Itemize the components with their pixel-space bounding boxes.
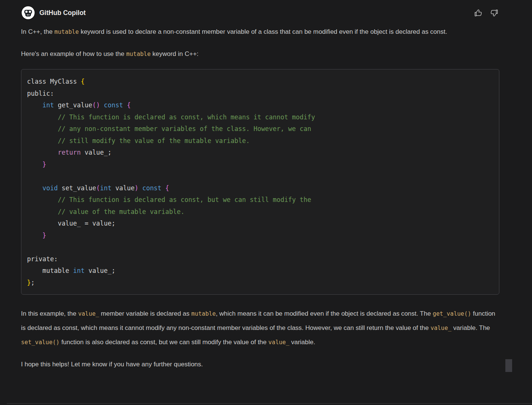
- code-token: const: [104, 101, 123, 109]
- code-token: value_;: [85, 267, 116, 274]
- code-line: }: [27, 230, 491, 242]
- thumbs-down-button[interactable]: [489, 8, 499, 18]
- text-run: keyword in C++:: [150, 50, 198, 57]
- code-token: void: [42, 184, 58, 192]
- code-token: // still modify the value of the mutable…: [58, 137, 250, 145]
- thumbs-up-button[interactable]: [473, 8, 483, 18]
- code-line: }: [27, 159, 491, 171]
- code-token: [161, 184, 165, 192]
- code-line: mutable int value_;: [27, 265, 491, 277]
- code-token: (: [96, 184, 100, 192]
- code-token: public:: [27, 90, 54, 97]
- inline-code: mutable: [126, 51, 150, 57]
- code-token: [27, 113, 58, 121]
- code-token: [27, 125, 58, 132]
- copilot-icon: [21, 6, 35, 20]
- code-token: }: [42, 232, 46, 239]
- code-line: // any non-constant member variables of …: [27, 123, 491, 135]
- text-run: function is also declared as const, but …: [60, 339, 269, 346]
- message-body: In C++, the mutable keyword is used to d…: [21, 25, 499, 371]
- chat-message: GitHub Copilot In C++, the mutable keywo…: [0, 0, 532, 371]
- code-token: [27, 196, 58, 203]
- code-line: void set_value(int value) const {: [27, 182, 491, 194]
- code-block: class MyClass {public: int get_value() c…: [21, 69, 499, 295]
- text-run: In C++, the: [21, 28, 54, 35]
- code-token: value: [111, 184, 134, 192]
- inline-code: value_: [78, 310, 99, 317]
- text-run: In this example, the: [21, 310, 78, 317]
- code-token: return: [58, 149, 81, 156]
- code-token: class MyClass: [27, 78, 81, 85]
- code-line: class MyClass {: [27, 76, 491, 88]
- code-token: const: [142, 184, 161, 192]
- code-token: get_value: [54, 101, 92, 109]
- code-token: value_ = value;: [58, 220, 116, 227]
- thumbs-up-icon: [474, 9, 482, 17]
- message-header: GitHub Copilot: [21, 5, 499, 21]
- thumbs-down-icon: [490, 9, 499, 17]
- code-token: // value of the mutable variable.: [58, 208, 185, 215]
- code-token: [27, 208, 58, 215]
- copilot-avatar: [21, 6, 35, 20]
- code-token: int: [73, 267, 85, 274]
- code-line: // This function is declared as const, b…: [27, 194, 491, 206]
- text-run: I hope this helps! Let me know if you ha…: [21, 361, 203, 368]
- code-token: [27, 101, 42, 109]
- code-line: [27, 170, 491, 182]
- author-name: GitHub Copilot: [39, 9, 86, 17]
- code-token: // any non-constant member variables of …: [58, 125, 311, 132]
- code-token: }: [27, 279, 31, 286]
- code-token: [27, 220, 58, 227]
- inline-code: mutable: [191, 310, 216, 317]
- divider: [7, 403, 532, 404]
- inline-code: value_: [430, 325, 451, 331]
- code-token: ;: [31, 279, 35, 286]
- message-paragraph: In this example, the value_ member varia…: [21, 307, 499, 349]
- code-line: [27, 241, 491, 253]
- inline-code: set_value(): [21, 339, 60, 346]
- code-token: }: [42, 161, 46, 168]
- message-paragraph: I hope this helps! Let me know if you ha…: [21, 357, 499, 371]
- scrollbar-thumb[interactable]: [505, 359, 512, 372]
- code-line: // still modify the value of the mutable…: [27, 135, 491, 147]
- code-token: {: [81, 78, 84, 85]
- message-paragraph: Here's an example of how to use the muta…: [21, 47, 499, 61]
- code-token: {: [165, 184, 169, 192]
- code-token: (): [92, 101, 100, 109]
- code-token: [27, 137, 58, 145]
- inline-code: value_: [268, 339, 289, 346]
- code-line: return value_;: [27, 147, 491, 159]
- code-line: };: [27, 277, 491, 289]
- inline-code: get_value(): [433, 310, 471, 317]
- code-line: private:: [27, 253, 491, 265]
- code-token: [27, 149, 58, 156]
- code-token: {: [127, 101, 131, 109]
- code-token: ): [135, 184, 138, 192]
- code-token: [100, 101, 104, 109]
- code-token: mutable: [27, 267, 73, 274]
- code-token: value_;: [81, 149, 111, 156]
- code-line: // value of the mutable variable.: [27, 206, 491, 218]
- code-token: // This function is declared as const, b…: [58, 196, 311, 203]
- code-token: [27, 184, 42, 192]
- text-run: , which means it can be modified even if…: [216, 310, 433, 317]
- code-token: private:: [27, 255, 58, 263]
- code-line: // This function is declared as const, w…: [27, 111, 491, 123]
- code-token: [123, 101, 127, 109]
- code-token: int: [42, 101, 54, 109]
- code-token: [138, 184, 142, 192]
- text-run: Here's an example of how to use the: [21, 50, 126, 57]
- code-line: public:: [27, 88, 491, 100]
- code-token: [27, 232, 42, 239]
- message-paragraph: In C++, the mutable keyword is used to d…: [21, 25, 499, 39]
- code-token: // This function is declared as const, w…: [58, 113, 315, 121]
- text-run: variable. The: [451, 324, 490, 331]
- text-run: keyword is used to declare a non-constan…: [79, 28, 447, 35]
- text-run: variable.: [289, 339, 315, 346]
- code-token: set_value: [58, 184, 96, 192]
- message-actions: [473, 8, 499, 18]
- code-token: int: [100, 184, 112, 192]
- text-run: member variable is declared as: [99, 310, 191, 317]
- inline-code: mutable: [54, 29, 79, 35]
- code-line: int get_value() const {: [27, 99, 491, 111]
